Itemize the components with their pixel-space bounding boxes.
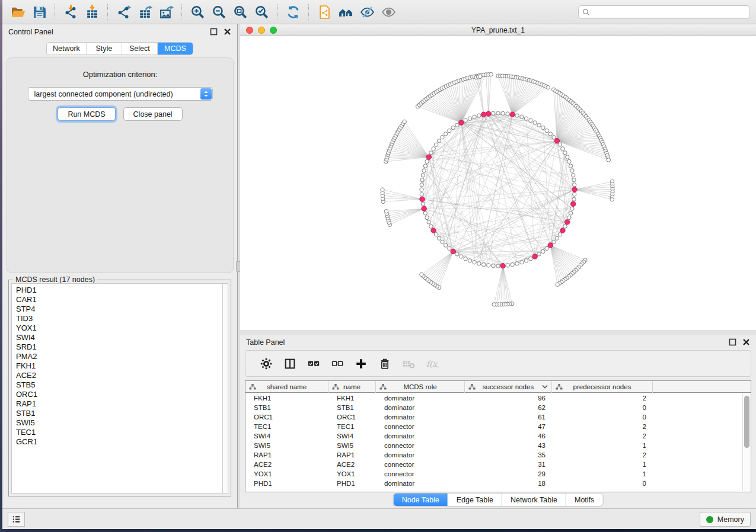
network-node[interactable] <box>572 178 576 182</box>
network-node[interactable] <box>420 183 423 187</box>
network-node[interactable] <box>468 259 471 262</box>
network-node[interactable] <box>455 123 459 127</box>
close-table-panel-icon[interactable] <box>742 338 750 346</box>
network-node[interactable] <box>501 111 505 115</box>
column-header-successor-nodes[interactable]: successor nodes <box>465 381 552 393</box>
search-input[interactable] <box>593 8 746 17</box>
tab-edge-table[interactable]: Edge Table <box>448 493 502 506</box>
close-panel-icon[interactable] <box>224 28 231 36</box>
criterion-dropdown[interactable]: largest connected component (undirected) <box>28 87 213 101</box>
network-node[interactable] <box>573 183 576 187</box>
network-node[interactable] <box>506 264 509 267</box>
network-node[interactable] <box>455 252 459 256</box>
network-node[interactable] <box>489 72 493 76</box>
tab-node-table[interactable]: Node Table <box>394 493 448 506</box>
network-node[interactable] <box>610 198 614 201</box>
network-node[interactable] <box>420 188 423 191</box>
network-node[interactable] <box>566 155 569 159</box>
network-node[interactable] <box>545 129 548 132</box>
network-node[interactable] <box>515 262 519 265</box>
mcds-result-item[interactable]: PMA2 <box>16 352 222 361</box>
table-row[interactable]: FKH1FKH1dominator962 <box>245 393 742 403</box>
network-mcds-node[interactable] <box>486 111 491 116</box>
run-mcds-button[interactable]: Run MCDS <box>58 107 115 121</box>
network-node[interactable] <box>421 174 425 177</box>
network-node[interactable] <box>506 112 509 116</box>
network-node[interactable] <box>520 115 524 118</box>
network-node[interactable] <box>563 225 567 228</box>
network-mcds-node[interactable] <box>426 155 431 159</box>
add-column-icon[interactable] <box>351 355 371 373</box>
network-node[interactable] <box>423 211 427 215</box>
mcds-result-item[interactable]: ACE2 <box>16 371 222 380</box>
network-node[interactable] <box>552 240 556 243</box>
show-columns-icon[interactable] <box>280 355 300 373</box>
network-node[interactable] <box>384 209 388 213</box>
network-node[interactable] <box>448 129 451 132</box>
network-mcds-node[interactable] <box>571 201 576 206</box>
network-node[interactable] <box>573 193 576 196</box>
column-header-predecessor-nodes[interactable]: predecessor nodes <box>552 381 653 393</box>
import-table-icon[interactable] <box>83 3 101 21</box>
network-node[interactable] <box>558 143 562 146</box>
network-mcds-node[interactable] <box>420 197 425 201</box>
network-node[interactable] <box>496 111 500 115</box>
table-row[interactable]: TEC1TEC1connector472 <box>245 422 742 431</box>
memory-button[interactable]: Memory <box>700 512 751 527</box>
mcds-result-item[interactable]: RAP1 <box>16 399 222 409</box>
mcds-result-list[interactable]: PHD1CAR1STP4TID3YOX1SWI4SRD1PMA2FKH1ACE2… <box>11 283 223 493</box>
mcds-result-item[interactable]: SRD1 <box>16 342 222 352</box>
search-box[interactable] <box>578 5 750 19</box>
network-node[interactable] <box>537 123 541 127</box>
network-node[interactable] <box>570 169 574 172</box>
network-overview-icon[interactable] <box>337 3 355 21</box>
network-node[interactable] <box>420 193 423 196</box>
mcds-result-item[interactable]: STB1 <box>16 409 222 418</box>
column-header-name[interactable]: name <box>328 381 376 393</box>
network-mcds-node[interactable] <box>459 120 464 125</box>
column-header-shared-name[interactable]: shared name <box>245 381 328 393</box>
mcds-result-item[interactable]: STB5 <box>16 380 222 390</box>
network-node[interactable] <box>425 216 429 219</box>
mcds-result-item[interactable]: TID3 <box>16 314 222 323</box>
network-mcds-node[interactable] <box>451 249 455 254</box>
new-network-from-selection-icon[interactable] <box>315 3 333 21</box>
network-mcds-node[interactable] <box>481 112 486 117</box>
network-node[interactable] <box>567 159 571 163</box>
network-node[interactable] <box>482 263 486 267</box>
network-node[interactable] <box>529 118 532 122</box>
network-node[interactable] <box>524 259 528 262</box>
network-mcds-node[interactable] <box>560 228 565 233</box>
network-node[interactable] <box>548 132 552 136</box>
network-node[interactable] <box>555 236 559 240</box>
float-table-panel-icon[interactable] <box>729 338 736 346</box>
mcds-result-scrollbar[interactable] <box>223 283 228 493</box>
network-canvas[interactable] <box>240 36 756 330</box>
table-options-icon[interactable] <box>256 355 276 373</box>
network-node[interactable] <box>464 118 467 122</box>
network-node[interactable] <box>524 117 528 120</box>
mcds-result-item[interactable]: ORC1 <box>16 390 222 399</box>
mcds-result-item[interactable]: CAR1 <box>16 295 222 305</box>
mcds-result-item[interactable]: FKH1 <box>16 361 222 371</box>
network-mcds-node[interactable] <box>532 254 537 259</box>
tab-style[interactable]: Style <box>87 43 122 55</box>
zoom-out-icon[interactable] <box>210 3 228 21</box>
export-network-icon[interactable] <box>114 3 132 21</box>
network-node[interactable] <box>420 273 423 276</box>
network-node[interactable] <box>464 257 467 261</box>
mcds-result-item[interactable]: YOX1 <box>16 323 222 333</box>
task-history-button[interactable] <box>8 512 25 527</box>
network-node[interactable] <box>541 126 545 129</box>
show-all-icon[interactable] <box>379 3 397 21</box>
network-node[interactable] <box>529 257 532 261</box>
network-mcds-node[interactable] <box>431 228 436 233</box>
tab-network[interactable]: Network <box>47 43 87 55</box>
network-node[interactable] <box>473 115 476 118</box>
network-node[interactable] <box>545 246 548 250</box>
network-node[interactable] <box>572 174 575 177</box>
network-node[interactable] <box>570 207 574 210</box>
zoom-selected-icon[interactable] <box>253 3 270 21</box>
hide-selected-icon[interactable] <box>358 3 376 21</box>
table-scrollbar[interactable] <box>742 393 750 491</box>
